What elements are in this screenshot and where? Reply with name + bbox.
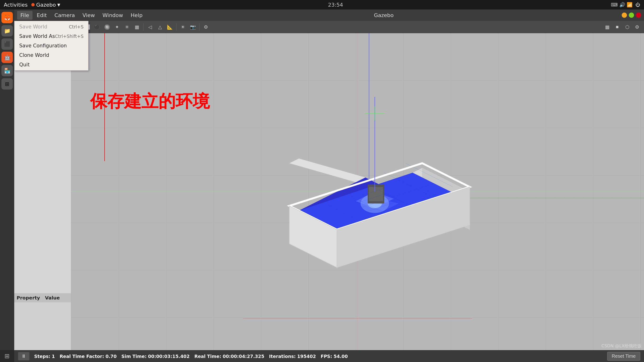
toolbar-measure[interactable]: △ (155, 22, 164, 31)
dropdown-save-config[interactable]: Save Configuration (14, 41, 88, 50)
menu-camera[interactable]: Camera (51, 11, 78, 20)
dock-gazebo[interactable]: 🤖 (2, 52, 13, 63)
status-bar: ⏸ Steps: 1 Real Time Factor: 0.70 Sim Ti… (14, 350, 644, 362)
properties-panel: Property Value (14, 293, 71, 350)
main-window: File Edit Camera View Window Help Gazebo… (14, 9, 644, 350)
toolbar-settings[interactable]: ⚙ (632, 22, 642, 31)
dropdown-save-world-as-label: Save World As (19, 33, 55, 39)
file-dropdown-menu: Save World Ctrl+S Save World As Ctrl+Shi… (14, 21, 88, 71)
reset-time-button[interactable]: Reset Time (607, 352, 640, 361)
menu-view[interactable]: View (79, 11, 98, 20)
maximize-button[interactable] (629, 12, 634, 18)
3d-scene (232, 83, 494, 301)
fps-value: 54.00 (334, 354, 348, 359)
dropdown-save-world-as[interactable]: Save World As Ctrl+Shift+S (14, 31, 88, 41)
simtime-label: Sim Time: (122, 354, 146, 359)
steps-label: Steps: (34, 354, 50, 359)
pause-button[interactable]: ⏸ (18, 352, 30, 360)
left-panel: World ▶ Models ▶ Lights Property Value (14, 33, 71, 350)
activities-button[interactable]: Activities (4, 2, 28, 8)
dropdown-save-world-as-shortcut: Ctrl+Shift+S (55, 34, 84, 39)
toolbar-sep-5 (199, 23, 200, 30)
annotation-line (104, 33, 105, 161)
iterations-display: Iterations: 195402 (269, 354, 316, 359)
3d-viewport[interactable]: 保存建立的环境 (71, 33, 644, 350)
realtime-value: 00:00:04:27.325 (223, 354, 264, 359)
toolbar-screenshot[interactable]: 📷 (188, 22, 197, 31)
toolbar-pointer[interactable]: ◁ (146, 22, 154, 31)
system-bar-clock: 23:54 (328, 2, 343, 8)
simtime-value: 00:00:03:15.402 (148, 354, 190, 359)
properties-header: Property Value (14, 294, 71, 302)
dropdown-save-world[interactable]: Save World Ctrl+S (14, 22, 88, 31)
iterations-value: 195402 (297, 354, 316, 359)
system-bar-right: ⌨ 🔊 📶 ⏻ (611, 2, 640, 7)
menu-edit[interactable]: Edit (34, 11, 50, 20)
dropdown-save-config-label: Save Configuration (19, 43, 67, 49)
show-apps-icon[interactable]: ⊞ (4, 353, 10, 360)
realtime-label: Real Time: (194, 354, 221, 359)
svg-marker-14 (290, 159, 365, 182)
fps-display: FPS: 54.00 (321, 354, 348, 359)
toolbar-view-grid[interactable]: ▦ (603, 22, 612, 31)
menu-file[interactable]: File (17, 11, 32, 20)
close-button[interactable] (636, 12, 641, 18)
toolbar-extra[interactable]: ⚙ (202, 22, 210, 31)
content-area: World ▶ Models ▶ Lights Property Value (14, 33, 644, 350)
dropdown-save-world-label: Save World (19, 24, 47, 30)
menu-bar: File Edit Camera View Window Help Gazebo (14, 9, 644, 21)
dropdown-quit-label: Quit (19, 62, 30, 67)
annotation-text: 保存建立的环境 (90, 90, 210, 113)
dropdown-clone-world[interactable]: Clone World (14, 50, 88, 60)
toolbar-right: ▦ ■ ⬡ ⚙ (603, 22, 642, 31)
toolbar-ruler[interactable]: 📐 (165, 22, 174, 31)
rtf-display: Real Time Factor: 0.70 (60, 354, 116, 359)
toolbar: ↖ ✛ ↻ ⤢ ↩ ↪ ⬜ ⚫ 🔘 ✦ ✳ ▦ ◁ △ 📐 ☀ 📷 ⚙ ▦ ■ … (14, 21, 644, 33)
value-col-header: Value (43, 294, 71, 302)
toolbar-cylinder[interactable]: 🔘 (102, 22, 112, 31)
gazebo-dropdown-icon: ▼ (57, 2, 60, 7)
steps-display: Steps: 1 (34, 354, 55, 359)
rtf-label: Real Time Factor: (60, 354, 104, 359)
realtime-display: Real Time: 00:00:04:27.325 (194, 354, 264, 359)
property-col-header: Property (14, 294, 43, 302)
power-icon[interactable]: ⏻ (636, 2, 640, 7)
toolbar-pointcloud[interactable]: ✦ (112, 22, 122, 31)
dock-appstore[interactable]: 🏪 (2, 65, 13, 76)
system-bar: Activities Gazebo ▼ 23:54 ⌨ 🔊 📶 ⏻ (0, 0, 644, 9)
gazebo-indicator[interactable]: Gazebo ▼ (31, 2, 60, 8)
rtf-value: 0.70 (106, 354, 117, 359)
steps-value: 1 (52, 354, 55, 359)
sys-tray-icons: ⌨ 🔊 📶 (611, 2, 632, 7)
iterations-label: Iterations: (269, 354, 296, 359)
toolbar-view-solid[interactable]: ■ (613, 22, 622, 31)
world-tree: World ▶ Models ▶ Lights (14, 33, 71, 293)
dock-terminal[interactable]: ⬛ (2, 38, 13, 50)
menu-help[interactable]: Help (128, 11, 146, 20)
watermark-text: CSDN @LX给饿吃饭 (602, 343, 642, 349)
toolbar-light[interactable]: ✳ (122, 22, 132, 31)
dropdown-save-world-shortcut: Ctrl+S (69, 24, 84, 29)
simtime-display: Sim Time: 00:00:03:15.402 (122, 354, 190, 359)
dock-firefox[interactable]: 🦊 (2, 12, 13, 23)
system-bar-left: Activities Gazebo ▼ (4, 2, 60, 8)
fps-label: FPS: (321, 354, 332, 359)
window-controls (622, 12, 641, 18)
minimize-button[interactable] (622, 12, 627, 18)
dock-files[interactable]: 📁 (2, 25, 13, 36)
dock-layers[interactable]: ⊞ (2, 78, 13, 90)
application-dock: 🦊 📁 ⬛ 🤖 🏪 ⊞ (0, 9, 14, 350)
svg-rect-25 (369, 187, 383, 201)
dropdown-quit[interactable]: Quit (14, 60, 88, 69)
dropdown-clone-world-label: Clone World (19, 52, 49, 58)
toolbar-view-wire[interactable]: ⬡ (623, 22, 632, 31)
toolbar-sep-3 (143, 23, 144, 30)
taskbar[interactable]: ⊞ (0, 350, 14, 362)
menu-window[interactable]: Window (99, 11, 126, 20)
gazebo-label: Gazebo (36, 2, 56, 8)
window-title: Gazebo (147, 12, 621, 18)
toolbar-sep-4 (176, 23, 176, 30)
toolbar-hatch[interactable]: ▦ (132, 22, 141, 31)
toolbar-sphere[interactable]: ⚫ (92, 22, 102, 31)
toolbar-sun[interactable]: ☀ (178, 22, 188, 31)
